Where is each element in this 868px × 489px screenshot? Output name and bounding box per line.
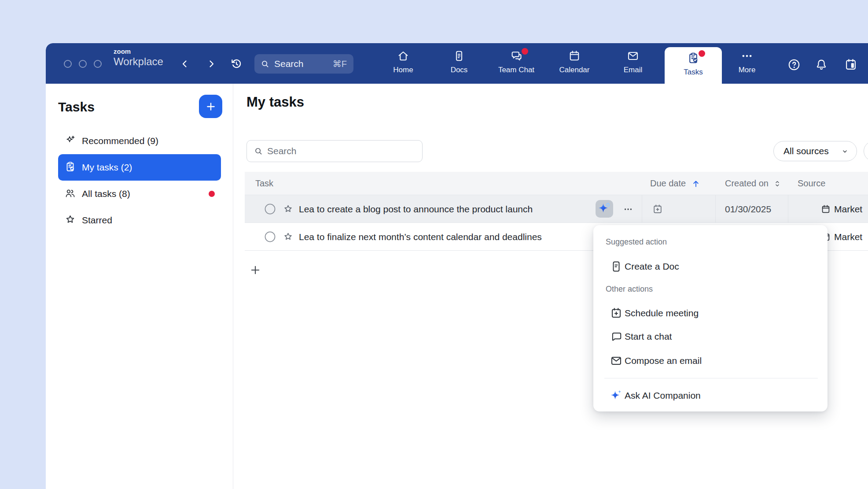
all-tasks-badge — [209, 191, 215, 197]
column-task[interactable]: Task — [255, 172, 273, 195]
calendar-plus-icon — [652, 204, 663, 215]
nav-docs[interactable]: Docs — [437, 43, 481, 84]
nav-more[interactable]: More — [725, 43, 769, 84]
ellipsis-icon — [623, 204, 633, 214]
menu-item-compose-email[interactable]: Compose an email — [593, 352, 828, 370]
nav-team-chat[interactable]: Team Chat — [494, 43, 538, 84]
task-title[interactable]: Lea to create a blog post to announce th… — [299, 195, 533, 223]
sort-ascending-icon[interactable] — [691, 172, 701, 195]
bell-icon — [814, 58, 828, 72]
help-button[interactable] — [787, 58, 801, 72]
email-icon — [626, 49, 640, 63]
sidebar-item-all-tasks[interactable]: All tasks (8) — [58, 181, 221, 207]
app-logo: zoom Workplace — [114, 48, 163, 68]
nav-tasks[interactable]: Tasks — [665, 47, 722, 84]
my-tasks-icon — [64, 161, 76, 174]
ai-companion-button[interactable] — [596, 200, 613, 218]
ai-sparkle-icon — [597, 201, 612, 216]
star-icon[interactable] — [283, 223, 294, 251]
calendar-icon — [568, 49, 581, 63]
nav-email[interactable]: Email — [611, 43, 655, 84]
menu-item-ask-ai[interactable]: Ask AI Companion — [593, 387, 828, 404]
task-row[interactable]: Lea to create a blog post to announce th… — [245, 195, 868, 223]
window-controls[interactable] — [64, 60, 102, 68]
home-icon — [397, 49, 410, 63]
people-icon — [64, 187, 76, 201]
filter-dropdown-partial[interactable] — [864, 141, 868, 161]
new-task-button[interactable] — [248, 263, 262, 277]
sources-filter-dropdown[interactable]: All sources — [773, 141, 857, 161]
source-value: Market — [834, 223, 862, 251]
task-actions-menu: Suggested action Create a Doc Other acti… — [593, 225, 828, 411]
tasks-badge — [699, 50, 705, 57]
ai-companion-icon — [609, 389, 623, 403]
sort-both-icon[interactable] — [773, 172, 782, 195]
calendar-panel-icon — [844, 58, 858, 72]
logo-workplace: Workplace — [114, 56, 163, 68]
task-title[interactable]: Lea to finalize next month’s content cal… — [299, 223, 542, 251]
tasks-sidebar: Tasks Recommended (9) My tasks (2) — [46, 84, 233, 489]
desktop-background: zoom Workplace Search ⌘F — [0, 0, 868, 489]
menu-divider — [604, 378, 818, 378]
chevron-right-icon — [206, 59, 217, 69]
star-icon[interactable] — [283, 195, 294, 223]
created-on-value: 01/30/2025 — [725, 195, 771, 223]
menu-section-other: Other actions — [606, 285, 653, 294]
back-button[interactable] — [178, 57, 191, 70]
window-zoom-button[interactable] — [94, 60, 102, 68]
search-icon — [260, 59, 270, 69]
chevron-down-icon — [841, 148, 849, 155]
history-icon — [230, 57, 243, 70]
row-more-button[interactable] — [619, 195, 637, 223]
calendar-panel-button[interactable] — [844, 58, 858, 72]
help-icon — [787, 58, 801, 72]
nav-home[interactable]: Home — [381, 43, 425, 84]
task-checkbox[interactable] — [265, 223, 276, 251]
calendar-plus-icon — [609, 306, 623, 320]
more-icon — [740, 49, 754, 63]
docs-icon — [452, 49, 466, 63]
notifications-button[interactable] — [814, 58, 828, 72]
page-title: My tasks — [246, 94, 304, 110]
app-topbar: zoom Workplace Search ⌘F — [46, 43, 868, 84]
sidebar-title: Tasks — [58, 100, 95, 115]
menu-item-create-doc[interactable]: Create a Doc — [593, 258, 828, 275]
team-chat-icon — [510, 49, 523, 63]
window-minimize-button[interactable] — [79, 60, 87, 68]
task-search-placeholder: Search — [267, 146, 297, 156]
chevron-left-icon — [180, 59, 190, 69]
global-search-placeholder: Search — [274, 59, 304, 69]
sidebar-item-my-tasks[interactable]: My tasks (2) — [58, 154, 221, 181]
add-due-date-button[interactable] — [652, 195, 663, 223]
source-calendar-icon — [820, 195, 831, 223]
global-search[interactable]: Search ⌘F — [254, 54, 353, 74]
source-value: Market — [834, 195, 862, 223]
search-icon — [254, 146, 263, 156]
team-chat-badge — [522, 48, 528, 55]
menu-section-suggested: Suggested action — [606, 237, 667, 247]
task-search-input[interactable]: Search — [246, 140, 423, 162]
star-icon — [64, 214, 76, 227]
email-icon — [609, 354, 623, 368]
nav-calendar[interactable]: Calendar — [552, 43, 596, 84]
table-header: Task Due date Created on Source — [245, 172, 868, 195]
tasks-icon — [687, 52, 700, 65]
window-close-button[interactable] — [64, 60, 72, 68]
column-created-on[interactable]: Created on — [725, 172, 769, 195]
sparkle-icon — [64, 134, 76, 148]
sidebar-item-recommended[interactable]: Recommended (9) — [58, 128, 221, 154]
task-checkbox[interactable] — [265, 195, 276, 223]
logo-zoom: zoom — [114, 48, 163, 55]
column-due-date[interactable]: Due date — [650, 172, 686, 195]
menu-item-start-chat[interactable]: Start a chat — [593, 328, 828, 345]
add-task-button[interactable] — [199, 95, 222, 118]
global-search-shortcut: ⌘F — [333, 59, 347, 69]
zoom-workplace-window: zoom Workplace Search ⌘F — [46, 43, 868, 489]
sidebar-item-starred[interactable]: Starred — [58, 207, 221, 233]
history-button[interactable] — [230, 57, 243, 70]
forward-button[interactable] — [205, 57, 218, 70]
plus-icon — [249, 264, 261, 276]
menu-item-schedule-meeting[interactable]: Schedule meeting — [593, 304, 828, 322]
chat-icon — [609, 330, 623, 344]
column-source[interactable]: Source — [798, 172, 825, 195]
